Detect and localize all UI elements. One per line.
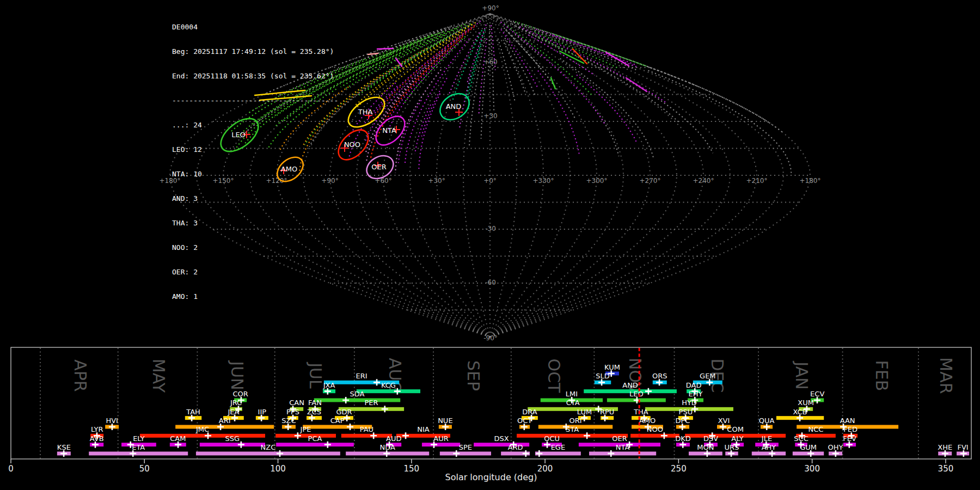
shower-code-label: JRC	[230, 399, 242, 407]
radiant-code-label: AND	[446, 102, 462, 111]
shower-bar	[89, 451, 188, 455]
shower-bar	[196, 451, 340, 455]
shower-code-label: AND	[622, 381, 638, 389]
meteor-track	[528, 35, 595, 75]
x-tick-label: 100	[270, 464, 286, 474]
shower-code-label: COM	[727, 425, 744, 433]
longitude-label: +30°	[428, 177, 445, 185]
shower-code-label: NTA	[616, 443, 630, 451]
separator: ---------------------------------------	[172, 96, 338, 105]
meteor-track	[449, 33, 480, 96]
shower-code-label: EGE	[551, 443, 566, 451]
shower-code-label: JXA	[323, 381, 335, 389]
shower-bar	[517, 434, 628, 438]
count-and: AND: 3	[172, 194, 338, 203]
latitude-label: -60	[485, 279, 496, 286]
plot-canvas: +180°+150°+120°+90°+60°+30°+0°+330°+300°…	[0, 0, 980, 490]
shower-code-label: STA	[566, 425, 579, 433]
month-label: APR	[71, 359, 90, 391]
shower-code-label: NUE	[438, 416, 452, 425]
meteor-track	[468, 46, 481, 100]
shower-peak-marker	[402, 432, 409, 439]
month-label: MAY	[149, 359, 168, 393]
longitude-label: +210°	[746, 177, 768, 185]
shower-peak-marker	[277, 450, 283, 457]
meteor-station-plot: DE0004 Beg: 20251117 17:49:12 (sol = 235…	[0, 0, 980, 490]
shower-code-label: JMC	[195, 425, 209, 433]
shower-code-label: OER	[612, 434, 627, 443]
month-label: MAR	[936, 357, 955, 394]
shower-code-label: SPE	[459, 443, 472, 451]
meteor-track	[373, 27, 474, 139]
shower-code-label: LMI	[566, 390, 578, 398]
shower-code-label: DAD	[686, 381, 702, 389]
shower-bar	[140, 434, 265, 438]
meteor-track	[536, 29, 637, 65]
radiant-code-label: OER	[371, 163, 386, 171]
shower-bar	[630, 434, 679, 438]
shower-code-label: GDR	[336, 408, 352, 416]
month-label: JAN	[792, 360, 811, 389]
shower-code-label: PPS	[286, 408, 299, 416]
shower-code-label: DKD	[675, 434, 691, 443]
shower-code-label: IIP	[258, 408, 267, 416]
shower-code-label: HVI	[106, 416, 118, 425]
shower-code-label: EHY	[689, 390, 703, 398]
shower-code-label: DSX	[494, 434, 509, 443]
latitude-label: -30	[485, 225, 496, 232]
count-noo: NOO: 2	[172, 243, 338, 252]
month-label: JUL	[306, 362, 325, 389]
shower-code-label: TAH	[186, 408, 200, 416]
shower-code-label: ARI	[219, 416, 231, 425]
meteor-track	[648, 70, 791, 174]
meteor-streak	[377, 48, 393, 49]
shower-bar	[341, 434, 392, 438]
shower-code-label: AMO	[639, 416, 656, 425]
shower-code-label: XCB	[793, 408, 807, 416]
shower-code-label: FVI	[957, 443, 968, 451]
shower-code-label: XHE	[938, 443, 952, 451]
shower-bar	[589, 451, 656, 455]
count-leo: LEO: 12	[172, 145, 338, 154]
shower-code-label: SDA	[350, 390, 365, 398]
meteor-track	[419, 94, 440, 170]
shower-code-label: FEV	[843, 434, 856, 443]
shower-peak-marker	[342, 397, 349, 403]
x-axis-title: Solar longitude (deg)	[445, 472, 537, 482]
meteor-track	[498, 39, 515, 102]
shower-code-label: ORI	[569, 416, 581, 425]
shower-bar	[275, 434, 336, 438]
shower-code-label: XVI	[718, 416, 730, 425]
station-id: DE0004	[172, 23, 338, 31]
shower-code-label: CTA	[566, 399, 580, 407]
shower-bar	[422, 443, 460, 446]
shower-code-label: COR	[232, 390, 248, 398]
shower-code-label: AUR	[433, 434, 448, 443]
latitude-label: +30	[483, 112, 497, 120]
meteor-track	[587, 59, 713, 153]
shower-code-label: MON	[697, 443, 714, 451]
shower-code-label: AHY	[762, 443, 776, 451]
meteor-track	[690, 83, 783, 132]
shower-peak-marker	[645, 388, 652, 395]
shower-code-label: SCC	[794, 434, 808, 443]
shower-peak-marker	[373, 379, 380, 385]
shower-bar	[175, 425, 274, 428]
shower-code-label: QUA	[759, 416, 775, 425]
shower-code-label: PCA	[308, 434, 322, 443]
beg-time: Beg: 20251117 17:49:12 (sol = 235.28°)	[172, 47, 338, 56]
x-tick-label: 250	[671, 464, 687, 474]
shower-code-label: SZC	[281, 416, 296, 425]
count-sporadic: ...: 24	[172, 121, 338, 129]
x-tick-label: 0	[8, 464, 14, 474]
x-tick-label: 50	[139, 464, 150, 474]
shower-code-label: FAN	[308, 399, 322, 407]
shower-code-label: JLE	[761, 434, 772, 443]
shower-code-label: ETA	[132, 443, 145, 451]
shower-code-label: DSV	[703, 434, 718, 443]
shower-peak-marker	[584, 432, 590, 439]
shower-code-label: SLD	[596, 372, 610, 380]
shower-code-label: NIA	[417, 425, 430, 433]
meteor-track	[538, 71, 579, 156]
shower-code-label: PAU	[360, 425, 373, 433]
